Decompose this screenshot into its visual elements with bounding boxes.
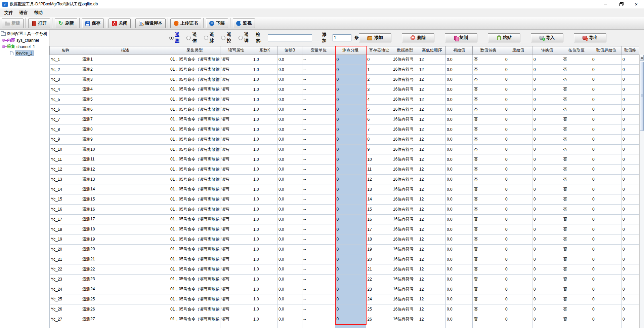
table-cell[interactable]: 16位有符号 bbox=[392, 144, 418, 154]
table-cell[interactable]: 0 bbox=[591, 65, 621, 75]
table-cell[interactable]: 6 bbox=[366, 114, 392, 124]
table-cell[interactable]: 遥测3 bbox=[81, 74, 169, 84]
table-cell[interactable]: 12 bbox=[418, 54, 446, 65]
table-cell[interactable]: 0 bbox=[532, 294, 562, 304]
column-header-2[interactable]: 描述 bbox=[81, 46, 169, 54]
table-cell[interactable]: 0 bbox=[335, 274, 366, 284]
table-cell[interactable]: 否 bbox=[473, 135, 504, 145]
table-cell[interactable]: 12 bbox=[418, 65, 446, 75]
table-cell[interactable]: 0.0 bbox=[277, 104, 302, 114]
table-cell[interactable]: 否 bbox=[473, 114, 504, 124]
table-cell[interactable]: 0 bbox=[591, 95, 621, 105]
table-cell[interactable]: 0 bbox=[621, 264, 639, 274]
table-cell[interactable]: 0.0 bbox=[277, 54, 302, 65]
radio-yaoce[interactable]: 遥测 bbox=[169, 32, 182, 44]
table-cell[interactable]: 16位有符号 bbox=[392, 114, 418, 124]
table-cell[interactable]: 0 bbox=[532, 204, 562, 214]
table-cell[interactable]: 0 bbox=[335, 174, 366, 184]
table-cell[interactable]: 1.0 bbox=[252, 264, 277, 274]
table-cell[interactable]: 16位有符号 bbox=[392, 254, 418, 264]
table-cell[interactable]: 0.0 bbox=[277, 224, 302, 234]
toolbar-button-open[interactable]: 打开 bbox=[28, 19, 50, 28]
table-cell[interactable]: 0 bbox=[504, 274, 532, 284]
table-cell[interactable]: 否 bbox=[473, 74, 504, 84]
table-cell[interactable]: 否 bbox=[562, 244, 591, 254]
table-cell[interactable]: 0 bbox=[591, 54, 621, 65]
table-cell[interactable]: Yc_1 bbox=[50, 54, 81, 65]
table-cell[interactable]: 0 bbox=[621, 74, 639, 84]
table-cell[interactable]: 0.0 bbox=[446, 304, 473, 314]
table-cell[interactable] bbox=[418, 324, 446, 328]
table-cell[interactable]: 0 bbox=[335, 234, 366, 244]
table-cell[interactable]: 0 bbox=[335, 254, 366, 264]
table-cell[interactable]: 遥测13 bbox=[81, 174, 169, 184]
table-cell[interactable]: 0 bbox=[504, 124, 532, 135]
table-cell[interactable]: 0.0 bbox=[446, 254, 473, 264]
table-cell[interactable]: 1.0 bbox=[252, 244, 277, 254]
table-cell[interactable]: 16位有符号 bbox=[392, 174, 418, 184]
table-cell[interactable]: 1.0 bbox=[252, 165, 277, 175]
table-cell[interactable]: 否 bbox=[562, 124, 591, 135]
table-cell[interactable]: 0 bbox=[335, 124, 366, 135]
table-cell[interactable]: 读写 bbox=[220, 224, 252, 234]
table-cell[interactable] bbox=[220, 324, 252, 328]
table-cell[interactable]: 0 bbox=[532, 174, 562, 184]
table-cell[interactable]: 12 bbox=[418, 114, 446, 124]
table-cell[interactable]: 否 bbox=[562, 74, 591, 84]
table-cell[interactable]: 0 bbox=[504, 244, 532, 254]
table-cell[interactable] bbox=[302, 324, 335, 328]
table-cell[interactable]: Yc_24 bbox=[50, 284, 81, 294]
table-cell[interactable]: 0 bbox=[591, 224, 621, 234]
table-cell[interactable]: -- bbox=[302, 84, 335, 95]
table-cell[interactable]: 12 bbox=[418, 254, 446, 264]
table-cell[interactable]: Yc_26 bbox=[50, 304, 81, 314]
table-cell[interactable]: 16位有符号 bbox=[392, 135, 418, 145]
table-cell[interactable]: 12 bbox=[418, 124, 446, 135]
column-header-15[interactable]: 转换值 bbox=[532, 46, 562, 54]
table-cell[interactable]: 0 bbox=[504, 214, 532, 224]
table-cell[interactable]: 0 bbox=[335, 214, 366, 224]
minimize-button[interactable] bbox=[598, 0, 613, 8]
table-cell[interactable]: -- bbox=[302, 104, 335, 114]
table-cell[interactable]: Yc_14 bbox=[50, 184, 81, 194]
table-cell[interactable]: 读写 bbox=[220, 184, 252, 194]
table-cell[interactable]: 01，05号命令（读写离散输... bbox=[169, 224, 220, 234]
table-cell[interactable]: 16位有符号 bbox=[392, 84, 418, 95]
table-cell[interactable]: -- bbox=[302, 124, 335, 135]
table-cell[interactable]: 遥测27 bbox=[81, 314, 169, 324]
table-cell[interactable]: 0.0 bbox=[277, 95, 302, 105]
table-cell[interactable]: 0 bbox=[621, 174, 639, 184]
table-cell[interactable]: 0.0 bbox=[277, 304, 302, 314]
table-cell[interactable]: 16位有符号 bbox=[392, 165, 418, 175]
table-cell[interactable]: 01，05号命令（读写离散输... bbox=[169, 104, 220, 114]
table-cell[interactable]: 0 bbox=[591, 204, 621, 214]
table-cell[interactable]: 26 bbox=[366, 314, 392, 324]
table-cell[interactable]: 1.0 bbox=[252, 304, 277, 314]
table-cell[interactable]: -- bbox=[302, 184, 335, 194]
table-cell[interactable]: 读写 bbox=[220, 264, 252, 274]
table-cell[interactable]: 0 bbox=[591, 184, 621, 194]
table-cell[interactable]: 否 bbox=[562, 294, 591, 304]
table-cell[interactable]: 0.0 bbox=[277, 264, 302, 274]
table-cell[interactable]: 0 bbox=[591, 244, 621, 254]
table-cell[interactable]: 0 bbox=[335, 65, 366, 75]
column-header-6[interactable]: 偏移B bbox=[277, 46, 302, 54]
table-cell[interactable]: 0 bbox=[504, 74, 532, 84]
table-cell[interactable]: 0 bbox=[621, 224, 639, 234]
table-cell[interactable]: 0 bbox=[532, 254, 562, 264]
table-cell[interactable]: 0 bbox=[335, 194, 366, 205]
table-cell[interactable]: 01，05号命令（读写离散输... bbox=[169, 84, 220, 95]
table-cell[interactable]: 0.0 bbox=[277, 314, 302, 324]
table-cell[interactable]: 01，05号命令（读写离散输... bbox=[169, 264, 220, 274]
table-cell[interactable]: 否 bbox=[473, 165, 504, 175]
table-cell[interactable]: 否 bbox=[473, 254, 504, 264]
table-cell[interactable]: -- bbox=[302, 154, 335, 165]
table-cell[interactable]: 0 bbox=[591, 194, 621, 205]
toolbar-button-new[interactable]: 新建 bbox=[2, 19, 24, 28]
table-cell[interactable]: 12 bbox=[418, 294, 446, 304]
table-cell[interactable]: 遥测8 bbox=[81, 124, 169, 135]
table-cell[interactable]: 0 bbox=[335, 144, 366, 154]
table-cell[interactable]: 读写 bbox=[220, 284, 252, 294]
table-cell[interactable]: 0.0 bbox=[277, 154, 302, 165]
table-cell[interactable]: 遥测11 bbox=[81, 154, 169, 165]
